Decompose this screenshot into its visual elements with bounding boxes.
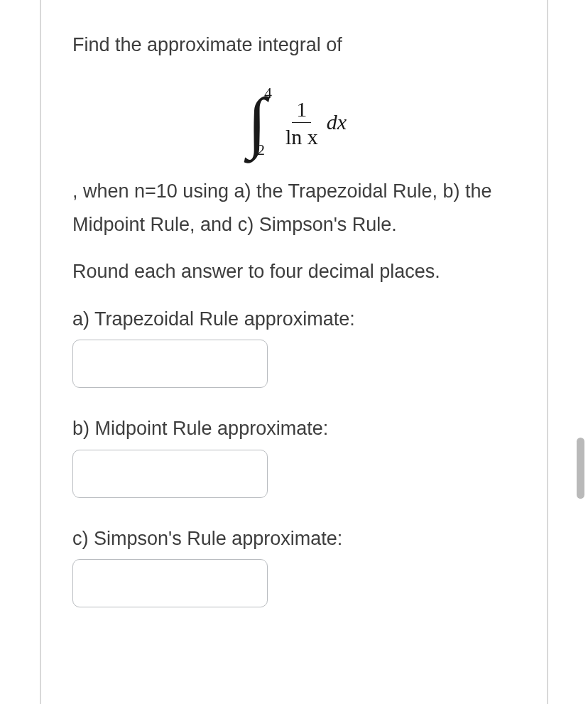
part-c-label: c) Simpson's Rule approximate: xyxy=(72,522,516,555)
integrand-fraction: 1 ln x xyxy=(281,97,322,150)
part-a-input[interactable] xyxy=(72,340,268,388)
integral-upper-bound: 4 xyxy=(264,84,272,102)
fraction-denominator: ln x xyxy=(281,123,322,150)
scrollbar-thumb[interactable] xyxy=(577,438,584,499)
part-a-label: a) Trapezoidal Rule approximate: xyxy=(72,303,516,335)
question-panel: Find the approximate integral of ∫ 4 2 1… xyxy=(40,0,548,704)
part-c-input[interactable] xyxy=(72,559,268,607)
prompt-line-3: Round each answer to four decimal places… xyxy=(72,255,516,288)
prompt-line-1: Find the approximate integral of xyxy=(72,28,516,61)
dx-term: dx xyxy=(327,110,347,134)
fraction-numerator: 1 xyxy=(292,97,311,123)
part-b-label: b) Midpoint Rule approximate: xyxy=(72,412,516,445)
part-b-input[interactable] xyxy=(72,450,268,498)
integral-expression: ∫ 4 2 1 ln x dx xyxy=(72,75,516,175)
prompt-line-2: , when n=10 using a) the Trapezoidal Rul… xyxy=(72,175,516,241)
integral-lower-bound: 2 xyxy=(257,141,265,159)
